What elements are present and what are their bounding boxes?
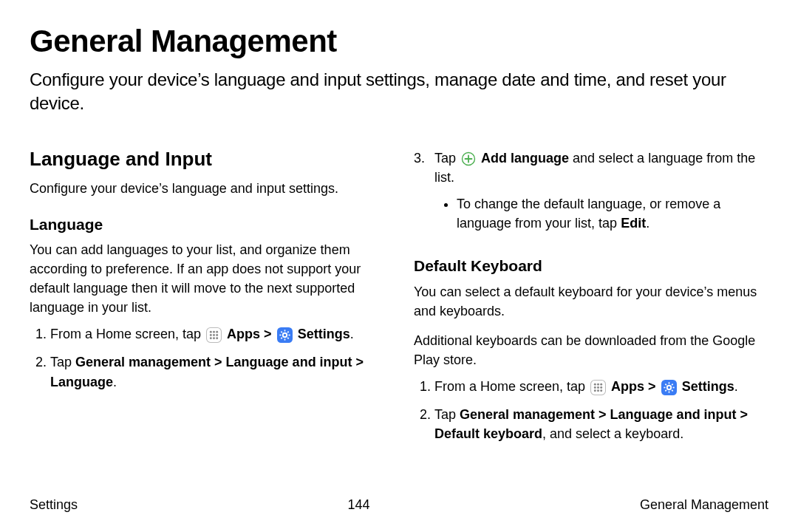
step-text: From a Home screen, tap — [50, 327, 205, 341]
apps-grid-icon — [590, 380, 606, 395]
svg-point-23 — [600, 383, 602, 386]
period: . — [350, 327, 354, 341]
svg-rect-33 — [664, 386, 665, 388]
svg-rect-30 — [661, 380, 677, 395]
content-columns: Language and Input Configure your device… — [30, 146, 768, 452]
svg-rect-10 — [277, 327, 293, 343]
settings-label: Settings — [298, 327, 350, 341]
svg-point-5 — [213, 334, 215, 336]
svg-point-27 — [594, 389, 596, 392]
svg-point-1 — [210, 331, 212, 333]
add-plus-icon — [461, 151, 476, 166]
subheading-language: Language — [30, 214, 384, 236]
step-text: From a Home screen, tap — [434, 379, 589, 394]
apps-grid-icon — [206, 327, 222, 343]
apps-label: Apps — [611, 379, 644, 394]
language-step-2: Tap General management > Language and in… — [50, 352, 384, 391]
footer-left: Settings — [30, 497, 78, 513]
angle-separator: > — [264, 327, 272, 341]
footer-right: General Management — [640, 497, 768, 513]
period: . — [113, 375, 117, 389]
svg-point-3 — [216, 331, 218, 333]
svg-point-22 — [597, 383, 599, 386]
svg-rect-14 — [288, 335, 290, 336]
subheading-default-keyboard: Default Keyboard — [414, 255, 768, 277]
apps-label: Apps — [227, 327, 260, 341]
language-steps: From a Home screen, tap Apps > Settings.… — [30, 324, 384, 391]
language-bullet-list: To change the default language, or remov… — [434, 194, 768, 233]
svg-point-2 — [213, 331, 215, 333]
bullet-bold: Edit — [621, 216, 646, 231]
period: . — [734, 379, 738, 394]
svg-rect-13 — [279, 335, 281, 336]
step-text: Tap — [434, 151, 460, 166]
bullet-text: To change the default language, or remov… — [457, 197, 720, 231]
settings-label: Settings — [682, 379, 734, 394]
keyboard-step-2: Tap General management > Language and in… — [434, 405, 768, 443]
footer-page-number: 144 — [347, 497, 369, 513]
svg-point-9 — [216, 337, 218, 339]
page-intro: Configure your device’s language and inp… — [30, 68, 768, 116]
step-bold: General management > Language and input … — [50, 355, 364, 389]
angle-separator: > — [648, 379, 656, 394]
svg-rect-12 — [284, 339, 285, 341]
keyboard-step-1: From a Home screen, tap Apps > Settings. — [434, 377, 768, 396]
step-text: Tap — [434, 407, 460, 422]
language-desc: You can add languages to your list, and … — [30, 240, 384, 317]
step-suffix: , and select a keyboard. — [542, 426, 683, 441]
default-keyboard-desc1: You can select a default keyboard for yo… — [414, 282, 768, 321]
language-step-3-body: Tap Add language and select a language f… — [434, 149, 768, 240]
svg-point-29 — [600, 389, 602, 392]
language-bullet-item: To change the default language, or remov… — [457, 194, 768, 233]
page-footer: Settings 144 General Management — [30, 497, 768, 513]
svg-point-8 — [213, 337, 215, 339]
svg-point-24 — [594, 386, 596, 389]
step-number: 3. — [414, 149, 434, 240]
section-heading-language-input: Language and Input — [30, 146, 384, 174]
svg-point-6 — [216, 334, 218, 336]
svg-rect-31 — [668, 382, 669, 383]
page-title: General Management — [30, 24, 768, 59]
svg-point-21 — [594, 383, 596, 386]
svg-rect-32 — [668, 391, 669, 392]
settings-gear-icon — [277, 327, 293, 343]
settings-gear-icon — [661, 380, 677, 395]
language-step-3-row: 3. Tap Add language and select a languag… — [414, 149, 768, 240]
svg-point-7 — [210, 337, 212, 339]
default-keyboard-desc2: Additional keyboards can be downloaded f… — [414, 331, 768, 369]
step-text: Tap — [50, 355, 75, 369]
svg-point-25 — [597, 386, 599, 389]
svg-rect-11 — [284, 330, 285, 331]
step-bold: Add language — [481, 151, 569, 166]
svg-point-4 — [210, 334, 212, 336]
section-desc: Configure your device’s language and inp… — [30, 179, 384, 198]
svg-rect-34 — [672, 386, 674, 388]
default-keyboard-steps: From a Home screen, tap Apps > Settings.… — [414, 377, 768, 443]
right-column: 3. Tap Add language and select a languag… — [414, 146, 768, 452]
svg-point-26 — [600, 386, 602, 389]
left-column: Language and Input Configure your device… — [30, 146, 384, 452]
language-step-1: From a Home screen, tap Apps > Settings. — [50, 324, 384, 344]
svg-point-28 — [597, 389, 599, 392]
period: . — [646, 216, 649, 231]
